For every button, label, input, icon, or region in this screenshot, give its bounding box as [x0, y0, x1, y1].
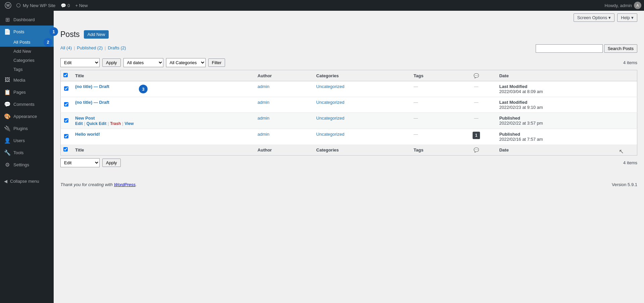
- row1-author-link[interactable]: admin: [258, 84, 269, 89]
- row1-checkbox[interactable]: [64, 86, 68, 91]
- row4-comment-badge[interactable]: 1: [473, 132, 480, 139]
- sidebar-item-settings[interactable]: ⚙ Settings: [0, 159, 54, 171]
- sidebar-tools-label: Tools: [13, 150, 23, 155]
- row3-tags-cell: —: [410, 113, 457, 129]
- row2-title-link[interactable]: (no title) — Draft: [75, 100, 109, 105]
- new-label: + New: [75, 3, 88, 8]
- row1-title-link[interactable]: (no title) — Draft: [75, 84, 109, 89]
- row3-author-link[interactable]: admin: [258, 116, 269, 121]
- screen-options-chevron: ▾: [608, 15, 611, 20]
- sidebar-item-media[interactable]: 🖼 Media: [0, 74, 54, 86]
- row3-view-link[interactable]: View: [124, 121, 133, 126]
- comments-link[interactable]: 💬 0: [58, 3, 72, 8]
- add-new-button[interactable]: Add New: [84, 30, 109, 39]
- svg-text:W: W: [6, 3, 10, 7]
- table-row: Hello world! admin Uncategorized — 1 Pub…: [61, 129, 637, 145]
- row3-quick-edit-action: Quick Edit: [87, 121, 106, 126]
- footer-author[interactable]: Author: [254, 144, 313, 156]
- table-footer-row: Title Author Categories Tags 💬 Date: [61, 144, 637, 156]
- header-comments[interactable]: 💬: [457, 70, 496, 81]
- help-button[interactable]: Help ▾: [617, 13, 637, 22]
- sidebar-item-tools[interactable]: 🔧 Tools: [0, 146, 54, 159]
- select-all-checkbox-bottom[interactable]: [63, 147, 68, 152]
- row4-author-link[interactable]: admin: [258, 132, 269, 137]
- comments-menu-icon: 💬: [4, 101, 11, 107]
- row3-trash-link[interactable]: Trash: [110, 121, 121, 126]
- sidebar-item-users[interactable]: 👤 Users: [0, 134, 54, 146]
- tags-label: Tags: [13, 67, 22, 72]
- search-input[interactable]: [536, 44, 603, 53]
- categories-select[interactable]: All Categories Uncategorized: [166, 58, 206, 67]
- submenu-item-categories[interactable]: Categories: [0, 56, 54, 65]
- sidebar-pages-label: Pages: [13, 90, 26, 95]
- pages-icon: 📋: [4, 89, 11, 95]
- row2-checkbox[interactable]: [64, 102, 68, 106]
- row3-date-status: Published: [499, 116, 634, 121]
- row2-author-link[interactable]: admin: [258, 100, 269, 105]
- submenu-item-add-new[interactable]: Add New: [0, 47, 54, 56]
- wp-logo[interactable]: W: [3, 0, 13, 11]
- apply-button-top[interactable]: Apply: [102, 58, 121, 67]
- header-title[interactable]: Title: [72, 70, 254, 81]
- row2-categories-cell: Uncategorized: [313, 97, 410, 113]
- row3-quick-edit-link[interactable]: Quick Edit: [87, 121, 106, 126]
- apply-button-bottom[interactable]: Apply: [102, 159, 121, 167]
- search-posts-button[interactable]: Search Posts: [604, 44, 637, 53]
- screen-options-label: Screen Options: [577, 15, 607, 20]
- sidebar-item-dashboard[interactable]: ⊞ Dashboard: [0, 13, 54, 26]
- bulk-actions-select-bottom[interactable]: Edit Move to Trash: [60, 158, 100, 167]
- header-date[interactable]: Date: [496, 70, 637, 81]
- avatar: A: [634, 2, 641, 9]
- row3-category-link[interactable]: Uncategorized: [316, 116, 344, 121]
- footer-title[interactable]: Title: [72, 144, 254, 156]
- sidebar-item-comments[interactable]: 💬 Comments: [0, 98, 54, 110]
- header-checkbox-col: [61, 70, 72, 81]
- row3-edit-link[interactable]: Edit: [75, 121, 83, 126]
- footer-categories[interactable]: Categories: [313, 144, 410, 156]
- row4-tags-cell: —: [410, 129, 457, 145]
- row3-title-link[interactable]: New Post: [75, 116, 95, 121]
- sidebar-settings-label: Settings: [13, 162, 29, 167]
- row1-category-link[interactable]: Uncategorized: [316, 84, 344, 89]
- row2-date-value: 2022/02/23 at 9:10 am: [499, 105, 634, 110]
- dates-select[interactable]: All dates March 2022 February 2022: [123, 58, 163, 67]
- row4-title-link[interactable]: Hello world!: [75, 132, 100, 137]
- row2-tags-cell: —: [410, 97, 457, 113]
- filter-published-link[interactable]: Published (2): [77, 45, 103, 50]
- screen-options-button[interactable]: Screen Options ▾: [574, 13, 615, 22]
- sidebar-item-pages[interactable]: 📋 Pages: [0, 86, 54, 98]
- filter-all-link[interactable]: All (4): [60, 45, 72, 50]
- collapse-menu[interactable]: ◀ Collapse menu: [0, 176, 54, 186]
- sidebar-item-posts[interactable]: 📄 Posts 1: [0, 26, 54, 38]
- header-categories[interactable]: Categories: [313, 70, 410, 81]
- admin-menu: ⊞ Dashboard 📄 Posts 1 All Posts 2 Add Ne…: [0, 11, 54, 303]
- header-tags[interactable]: Tags: [410, 70, 457, 81]
- submenu-item-all-posts[interactable]: All Posts 2: [0, 38, 54, 47]
- filter-button[interactable]: Filter: [208, 58, 225, 67]
- row4-date-cell: Published 2022/02/16 at 7:57 am: [496, 129, 637, 145]
- bulk-actions-select-top[interactable]: Edit Move to Trash: [60, 58, 100, 67]
- row4-categories-cell: Uncategorized: [313, 129, 410, 145]
- sidebar-item-plugins[interactable]: 🔌 Plugins: [0, 122, 54, 134]
- footer-comments[interactable]: 💬: [457, 144, 496, 156]
- filter-drafts-link[interactable]: Drafts (2): [108, 45, 126, 50]
- settings-icon: ⚙: [4, 161, 11, 168]
- footer-date[interactable]: Date: [496, 144, 637, 156]
- new-content-link[interactable]: + New: [73, 3, 91, 8]
- select-all-checkbox-top[interactable]: [63, 73, 68, 77]
- site-name[interactable]: My New WP Site: [13, 3, 58, 8]
- submenu-item-tags[interactable]: Tags: [0, 65, 54, 74]
- row4-category-link[interactable]: Uncategorized: [316, 132, 344, 137]
- row4-checkbox[interactable]: [64, 134, 68, 138]
- row4-author-cell: admin: [254, 129, 313, 145]
- sidebar-item-appearance[interactable]: 🎨 Appearance: [0, 110, 54, 122]
- appearance-icon: 🎨: [4, 113, 11, 120]
- row3-checkbox[interactable]: [64, 118, 68, 123]
- footer-tags[interactable]: Tags: [410, 144, 457, 156]
- row3-title-cell: New Post Edit | Quick Edit | Trash | Vie…: [72, 113, 254, 129]
- wordpress-link[interactable]: WordPress: [114, 182, 136, 187]
- header-author[interactable]: Author: [254, 70, 313, 81]
- row2-title-cell: (no title) — Draft: [72, 97, 254, 113]
- row2-category-link[interactable]: Uncategorized: [316, 100, 344, 105]
- row4-tags-value: —: [414, 132, 418, 137]
